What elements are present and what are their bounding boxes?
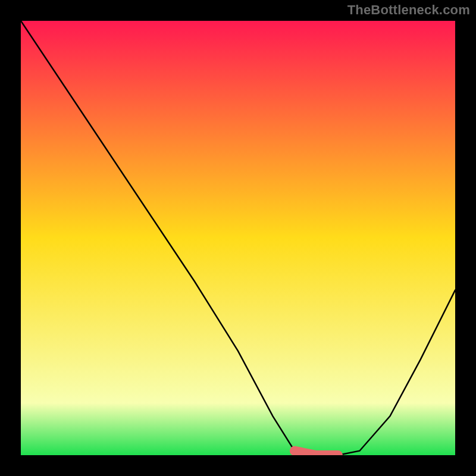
gradient-background: [21, 21, 455, 455]
bottleneck-plot: [21, 21, 455, 455]
chart-container: { "watermark": "TheBottleneck.com", "col…: [0, 0, 476, 476]
watermark-text: TheBottleneck.com: [347, 2, 470, 18]
highlight-segment: [295, 451, 338, 455]
